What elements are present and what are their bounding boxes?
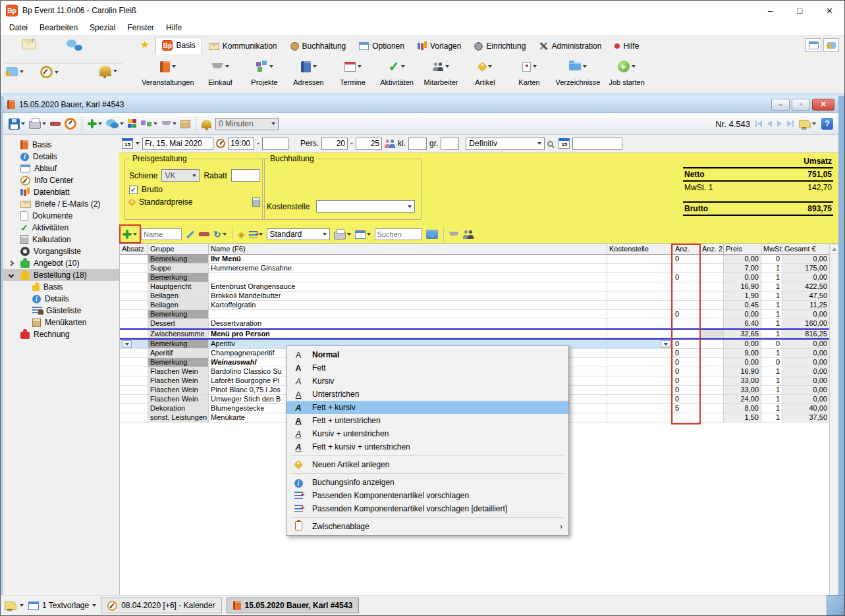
menu-bearbeiten[interactable]: Bearbeiten (34, 23, 84, 32)
sidebar-item-details[interactable]: Details (3, 151, 119, 163)
textvorlage-button[interactable]: 1 Textvorlage (28, 601, 96, 610)
persons-min-field[interactable] (321, 138, 348, 150)
mdi-minimize-button[interactable]: – (771, 99, 790, 111)
delete-button[interactable] (50, 122, 61, 126)
subtotal-row[interactable]: ZwischensummeMenü pro Person32,651816,25 (120, 328, 838, 340)
reminder-bell-button[interactable] (202, 120, 211, 128)
sidebar-item-info-center[interactable]: Info Center (3, 174, 119, 186)
transfer-icon[interactable] (426, 230, 438, 239)
table-row[interactable]: HauptgerichtEntenbrust Orangensauce16,90… (120, 282, 838, 292)
scroll-up-button[interactable] (830, 244, 838, 254)
col-gesamt[interactable]: Gesamt € (782, 244, 830, 254)
print-button[interactable] (29, 118, 46, 129)
view-select[interactable]: Standard (267, 228, 330, 240)
veranstaltungen-button[interactable]: Veranstaltungen (142, 55, 194, 86)
nav-prev-button[interactable] (767, 120, 772, 127)
table-scrollbar[interactable] (829, 244, 838, 596)
sidebar-item-dokumente[interactable]: Dokumente (3, 210, 119, 222)
menu-spezial[interactable]: Spezial (84, 23, 121, 32)
history-button[interactable] (65, 118, 76, 130)
sidebar-item-kalkulation[interactable]: Kalkulation (3, 234, 119, 245)
menu-item-fett-kursiv[interactable]: AFett + kursiv (286, 401, 568, 414)
remove-minus-icon[interactable] (199, 232, 209, 236)
sidebar-item-gaesteliste[interactable]: Gästeliste (3, 305, 119, 317)
kl-field[interactable] (408, 138, 427, 150)
projekte-button[interactable]: Projekte (247, 55, 283, 86)
job-starten-button[interactable]: Job starten (609, 55, 644, 86)
sidebar-item-menuekarten[interactable]: Menükarten (3, 317, 119, 328)
chevron-down-icon[interactable] (9, 272, 14, 278)
mitarbeiter-button[interactable]: Mitarbeiter (423, 55, 459, 86)
note-field[interactable] (572, 138, 622, 150)
mail-import-button[interactable] (22, 39, 36, 49)
table-row[interactable]: BeilagenKartoffelgratin0,45111,25 (120, 301, 838, 310)
status-select[interactable]: Definitiv (466, 138, 545, 150)
mdi-restore-button[interactable]: ▫ (792, 99, 810, 111)
menu-item-zwischenablage[interactable]: Zwischenablage› (286, 520, 568, 533)
menu-item-neuen-artikel[interactable]: Neuen Artikel anlegen (286, 458, 568, 471)
gr-field[interactable] (441, 138, 459, 150)
date-field[interactable] (142, 138, 213, 150)
close-button[interactable]: ✕ (815, 1, 844, 20)
cart-icon[interactable] (449, 232, 459, 238)
col-preis[interactable]: Preis (724, 244, 761, 254)
chevron-right-icon[interactable] (9, 261, 14, 266)
sidebar-item-rechnung[interactable]: Rechnung (3, 328, 119, 340)
time-to-field[interactable] (262, 138, 288, 150)
table-row[interactable]: BeilagenBrokkoli Mandelbutter1,90147,50 (120, 292, 838, 301)
chevron-down-icon[interactable] (136, 142, 140, 145)
menu-item-komponenten-detailliert[interactable]: Passenden Komponentenartikel vorschlagen… (286, 502, 568, 515)
standardpreise-link[interactable]: Standardpreise (139, 197, 192, 207)
menu-item-normal[interactable]: ANormal (286, 348, 568, 361)
kostenstelle-combo-button[interactable] (661, 340, 670, 348)
menu-item-unterstrichen[interactable]: AUnterstrichen (286, 388, 568, 401)
schiene-select[interactable]: VK (161, 169, 200, 182)
tab-einrichtung[interactable]: Einrichtung (468, 38, 532, 54)
sidebar-item-basis[interactable]: Basis (3, 139, 119, 151)
table-row[interactable]: DessertDessertvaration6,401160,00 (120, 319, 838, 328)
tab-favorites[interactable] (134, 36, 155, 54)
karten-button[interactable]: Karten (512, 55, 547, 86)
sidebar-item-aktivitaeten[interactable]: Aktivitäten (3, 222, 119, 234)
minimize-button[interactable]: – (755, 1, 785, 20)
tab-administration[interactable]: Administration (532, 38, 608, 54)
save-button[interactable] (9, 118, 25, 130)
table-row[interactable]: Bemerkung00,0010,00 (120, 273, 838, 282)
name-filter-input[interactable] (141, 228, 182, 240)
calendar-icon[interactable]: 15 (559, 138, 570, 149)
verzeichnisse-button[interactable]: Verzeichnisse (556, 55, 601, 86)
artikel-button[interactable]: Artikel (468, 55, 503, 86)
menu-item-kursiv[interactable]: AKursiv (286, 374, 568, 388)
sidebar-item-angebot[interactable]: Angebot (10) (3, 257, 119, 269)
tab-hilfe[interactable]: Hilfe (608, 38, 645, 54)
magnifier-icon[interactable] (547, 141, 553, 147)
kostenstelle-select[interactable] (316, 200, 415, 213)
menu-item-fett-kursiv-unterstrichen[interactable]: AFett + kursiv + unterstrichen (286, 440, 568, 453)
project-link-button[interactable] (141, 120, 157, 128)
menu-item-fett-unterstrichen[interactable]: AFett + unterstrichen (286, 414, 568, 427)
menu-hilfe[interactable]: Hilfe (160, 23, 188, 32)
col-mwst[interactable]: MwSt. (761, 244, 782, 254)
chat-button[interactable] (67, 39, 82, 51)
purchase-button[interactable] (161, 121, 177, 127)
nav-next-button[interactable] (777, 120, 782, 127)
kalkulation-button[interactable] (128, 119, 137, 128)
time-from-field[interactable] (228, 138, 254, 150)
menu-datei[interactable]: Datei (3, 23, 34, 32)
table-row[interactable]: SuppeHummercreme Ginsahne7,001175,00 (120, 264, 838, 273)
add-button[interactable] (88, 119, 102, 128)
favorites-button[interactable] (6, 67, 24, 76)
col-name[interactable]: Name (F6) (209, 244, 607, 254)
reminder-button[interactable] (99, 66, 117, 76)
rabatt-field[interactable] (231, 169, 260, 182)
col-gruppe[interactable]: Gruppe (148, 244, 209, 254)
sidebar-item-bestellung-details[interactable]: Details (3, 293, 119, 305)
table-row[interactable]: Bemerkung00,0010,00 (120, 310, 838, 319)
statusbar-kalender-window[interactable]: 08.04.2020 [+6] - Kalender (101, 598, 221, 613)
sidebar-item-bestellung-basis[interactable]: Basis (3, 281, 119, 293)
sidebar-item-datenblatt[interactable]: Datenblatt (3, 186, 119, 198)
tab-kommunikation[interactable]: Kommunikation (202, 38, 284, 54)
calendar-date-icon[interactable]: 15 (122, 138, 133, 149)
help-button[interactable]: ? (821, 118, 833, 130)
calculator-icon[interactable] (252, 197, 260, 207)
